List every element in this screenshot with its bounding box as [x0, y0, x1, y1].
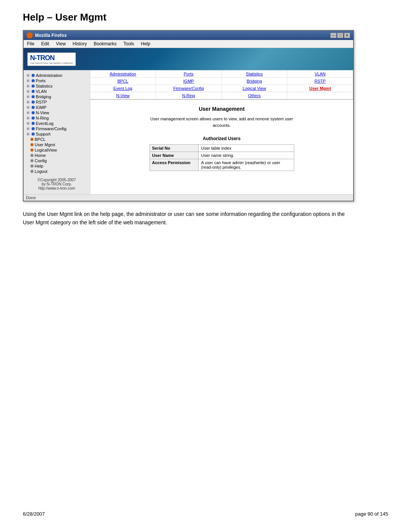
browser-window: Mozilla Firefox — □ ✕ File Edit View His… — [23, 30, 354, 201]
expand-icon: ⊞ — [27, 95, 30, 99]
ntron-logo-sub: THE INDUSTRIAL NETWORK COMPANY — [30, 62, 73, 64]
sidebar-item-config[interactable]: Config — [24, 158, 90, 163]
sidebar-item-nview[interactable]: ⊞ N-View — [24, 110, 90, 115]
browser-content: N-TRON THE INDUSTRIAL NETWORK COMPANY ⊞ … — [24, 48, 353, 201]
nav-grid: Administration Ports Statistics VLAN BPC… — [90, 70, 353, 100]
browser-titlebar: Mozilla Firefox — □ ✕ — [24, 31, 353, 40]
nav-link-bpcl[interactable]: BPCL — [118, 79, 129, 83]
sidebar-item-bpcl[interactable]: BPCL — [24, 137, 90, 142]
close-button[interactable]: ✕ — [344, 33, 350, 38]
nav-link-bridging[interactable]: Bridging — [247, 79, 262, 83]
sidebar-item-eventlog[interactable]: ⊞ EventLog — [24, 121, 90, 126]
sidebar-item-statistics[interactable]: ⊞ Statistics — [24, 83, 90, 89]
nav-link-usermgmt[interactable]: User Mgmt — [309, 86, 331, 91]
desc-access: A user can have admin (read/write) or us… — [199, 159, 294, 171]
nav-cell-others[interactable]: Others — [222, 92, 288, 99]
expand-icon: ⊞ — [27, 127, 30, 131]
sidebar-item-logicalview[interactable]: LogicalView — [24, 147, 90, 153]
bullet-icon — [30, 170, 33, 173]
menu-tools[interactable]: Tools — [122, 41, 135, 47]
nav-link-nring[interactable]: N-Ring — [182, 93, 195, 98]
menu-edit[interactable]: Edit — [40, 41, 50, 47]
page-title: Help – User Mgmt — [23, 11, 388, 23]
sidebar-label: Support — [36, 132, 51, 136]
nav-cell-eventlog[interactable]: Event Log — [90, 85, 156, 92]
nav-cell-ports[interactable]: Ports — [156, 70, 222, 78]
sidebar-item-logout[interactable]: Logout — [24, 169, 90, 174]
restore-button[interactable]: □ — [337, 33, 343, 38]
help-section-title: User Management — [98, 106, 346, 112]
sidebar-item-home[interactable]: Home — [24, 153, 90, 158]
nav-cell-nring[interactable]: N-Ring — [156, 92, 222, 99]
bullet-icon — [32, 74, 35, 77]
sidebar-item-nring[interactable]: ⊞ N-Ring — [24, 115, 90, 121]
nav-link-statistics[interactable]: Statistics — [246, 72, 263, 76]
footer-page-info: page 90 of 145 — [355, 511, 388, 517]
user-table: Serial No User table index User Name Use… — [150, 144, 294, 171]
sidebar-label: Ports — [36, 78, 46, 83]
sidebar-item-ports[interactable]: ⊞ Ports — [24, 78, 90, 83]
main-layout: ⊞ Administration ⊞ Ports ⊞ Statistics ⊞ — [24, 70, 353, 194]
sidebar: ⊞ Administration ⊞ Ports ⊞ Statistics ⊞ — [24, 70, 90, 194]
sidebar-item-support[interactable]: ⊞ Support — [24, 131, 90, 137]
help-content: User Management User management screen a… — [90, 100, 353, 177]
nav-cell-vlan[interactable]: VLAN — [287, 70, 353, 78]
expand-icon: ⊞ — [27, 89, 30, 93]
sidebar-item-igmp[interactable]: ⊞ IGMP — [24, 105, 90, 110]
nav-cell-usermgmt[interactable]: User Mgmt — [287, 85, 353, 92]
sidebar-item-administration[interactable]: ⊞ Administration — [24, 73, 90, 78]
sidebar-label: VLAN — [36, 89, 47, 94]
nav-link-administration[interactable]: Administration — [110, 72, 136, 76]
nav-link-vlan[interactable]: VLAN — [315, 72, 326, 76]
authorized-users-title: Authorized Users — [98, 136, 346, 141]
status-bar: Done — [24, 194, 353, 201]
bullet-icon — [32, 106, 35, 109]
help-desc-line1: User management screen allows users to v… — [150, 117, 293, 121]
nav-cell-firmware[interactable]: Firmware/Config — [156, 85, 222, 92]
body-text: Using the User Mgmt link on the help pag… — [23, 210, 354, 227]
nav-cell-bpcl[interactable]: BPCL — [90, 78, 156, 85]
nav-link-rstp[interactable]: RSTP — [314, 79, 325, 83]
browser-title: Mozilla Firefox — [35, 33, 67, 38]
sidebar-item-bridging[interactable]: ⊞ Bridging — [24, 94, 90, 99]
menu-bookmarks[interactable]: Bookmarks — [92, 41, 118, 47]
sidebar-label: EventLog — [36, 121, 53, 126]
bullet-icon — [30, 154, 33, 157]
sidebar-label: Statistics — [36, 84, 53, 88]
menu-file[interactable]: File — [26, 41, 35, 47]
nav-cell-statistics[interactable]: Statistics — [222, 70, 288, 78]
sidebar-label: Firmware/Config — [36, 126, 67, 131]
menu-view[interactable]: View — [55, 41, 67, 47]
nav-link-firmware[interactable]: Firmware/Config — [173, 86, 204, 91]
sidebar-label: Config — [35, 158, 47, 163]
nav-link-others[interactable]: Others — [248, 93, 261, 98]
sidebar-item-rstp[interactable]: ⊞ RSTP — [24, 99, 90, 105]
menu-help[interactable]: Help — [140, 41, 151, 47]
field-access: Access Permission — [150, 159, 199, 171]
footer-date: 6/28/2007 — [23, 511, 45, 517]
minimize-button[interactable]: — — [330, 33, 336, 38]
nav-cell-nview[interactable]: N-View — [90, 92, 156, 99]
desc-username: User name string. — [199, 152, 294, 159]
nav-cell-administration[interactable]: Administration — [90, 70, 156, 78]
nav-cell-bridging[interactable]: Bridging — [222, 78, 288, 85]
sidebar-item-usermgmt[interactable]: User Mgmt — [24, 142, 90, 147]
nav-cell-logicalview[interactable]: Logical View — [222, 85, 288, 92]
nav-cell-igmp[interactable]: IGMP — [156, 78, 222, 85]
window-controls[interactable]: — □ ✕ — [330, 33, 350, 38]
sidebar-item-help[interactable]: Help — [24, 163, 90, 169]
nav-link-ports[interactable]: Ports — [184, 72, 194, 76]
nav-link-igmp[interactable]: IGMP — [183, 79, 194, 83]
nav-link-nview[interactable]: N-View — [116, 93, 129, 98]
nav-cell-rstp[interactable]: RSTP — [287, 78, 353, 85]
bullet-icon — [32, 117, 35, 120]
sidebar-label: Home — [35, 153, 46, 158]
expand-icon: ⊞ — [27, 100, 30, 104]
nav-link-eventlog[interactable]: Event Log — [113, 86, 132, 91]
menu-history[interactable]: History — [72, 41, 88, 47]
expand-icon: ⊞ — [27, 73, 30, 77]
nav-link-logicalview[interactable]: Logical View — [243, 86, 266, 91]
sidebar-item-firmware[interactable]: ⊞ Firmware/Config — [24, 126, 90, 131]
sidebar-copyright: ©Copyright 2005-2007by N-TRON Corp.http:… — [24, 174, 90, 192]
sidebar-item-vlan[interactable]: ⊞ VLAN — [24, 89, 90, 94]
